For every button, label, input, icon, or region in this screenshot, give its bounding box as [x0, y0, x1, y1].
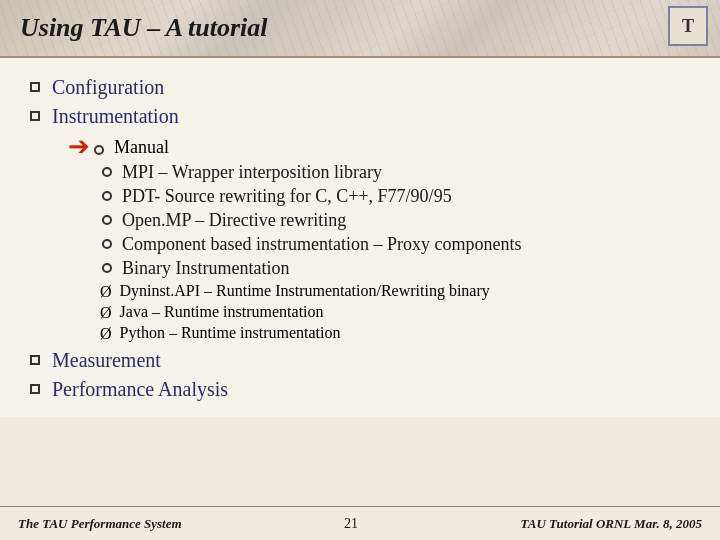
binary-label: Binary Instrumentation	[122, 258, 289, 279]
java-row: Ø Java – Runtime instrumentation	[100, 303, 690, 322]
java-label: Java – Runtime instrumentation	[120, 303, 324, 321]
configuration-label: Configuration	[52, 76, 164, 99]
list-item-instrumentation: Instrumentation	[30, 105, 690, 128]
pdt-label: PDT- Source rewriting for C, C++, F77/90…	[122, 186, 452, 207]
bullet-square-icon	[30, 384, 40, 394]
mpi-label: MPI – Wrapper interposition library	[122, 162, 382, 183]
sub-bullet-icon	[102, 263, 112, 273]
openmp-row: Open.MP – Directive rewriting	[68, 210, 690, 231]
sub-bullet-icon	[94, 145, 104, 155]
slide-title: Using TAU – A tutorial	[20, 13, 268, 43]
slide-footer: The TAU Performance System 21 TAU Tutori…	[0, 506, 720, 540]
footer-left-text: The TAU Performance System	[18, 516, 182, 532]
component-label: Component based instrumentation – Proxy …	[122, 234, 521, 255]
bullet-square-icon	[30, 111, 40, 121]
sub-bullet-icon	[102, 191, 112, 201]
red-arrow-icon: ➔	[68, 134, 90, 160]
pdt-row: PDT- Source rewriting for C, C++, F77/90…	[68, 186, 690, 207]
mpi-row: MPI – Wrapper interposition library	[68, 162, 690, 183]
measurement-label: Measurement	[52, 349, 161, 372]
manual-row: ➔ Manual	[68, 134, 690, 160]
sub-bullet-icon	[102, 167, 112, 177]
performance-label: Performance Analysis	[52, 378, 228, 401]
binary-row: Binary Instrumentation	[68, 258, 690, 279]
instrumentation-label: Instrumentation	[52, 105, 179, 128]
footer-page-number: 21	[344, 516, 358, 532]
open-bullet-icon: Ø	[100, 283, 112, 301]
manual-label: Manual	[114, 137, 169, 158]
sub-bullet-icon	[102, 215, 112, 225]
python-row: Ø Python – Runtime instrumentation	[100, 324, 690, 343]
instrumentation-subitems: ➔ Manual MPI – Wrapper interposition lib…	[68, 134, 690, 343]
bullet-square-icon	[30, 82, 40, 92]
list-item-configuration: Configuration	[30, 76, 690, 99]
sub-bullet-icon	[102, 239, 112, 249]
binary-subitems: Ø Dyninst.API – Runtime Instrumentation/…	[100, 282, 690, 343]
list-item-performance: Performance Analysis	[30, 378, 690, 401]
tau-logo: T	[668, 6, 708, 46]
list-item-measurement: Measurement	[30, 349, 690, 372]
openmp-label: Open.MP – Directive rewriting	[122, 210, 346, 231]
dyninst-label: Dyninst.API – Runtime Instrumentation/Re…	[120, 282, 490, 300]
open-bullet-icon: Ø	[100, 325, 112, 343]
slide-content: Configuration Instrumentation ➔ Manual M…	[0, 58, 720, 417]
footer-right-text: TAU Tutorial ORNL Mar. 8, 2005	[521, 516, 702, 532]
dyninst-row: Ø Dyninst.API – Runtime Instrumentation/…	[100, 282, 690, 301]
bullet-square-icon	[30, 355, 40, 365]
python-label: Python – Runtime instrumentation	[120, 324, 341, 342]
component-row: Component based instrumentation – Proxy …	[68, 234, 690, 255]
open-bullet-icon: Ø	[100, 304, 112, 322]
slide-header: Using TAU – A tutorial T	[0, 0, 720, 58]
